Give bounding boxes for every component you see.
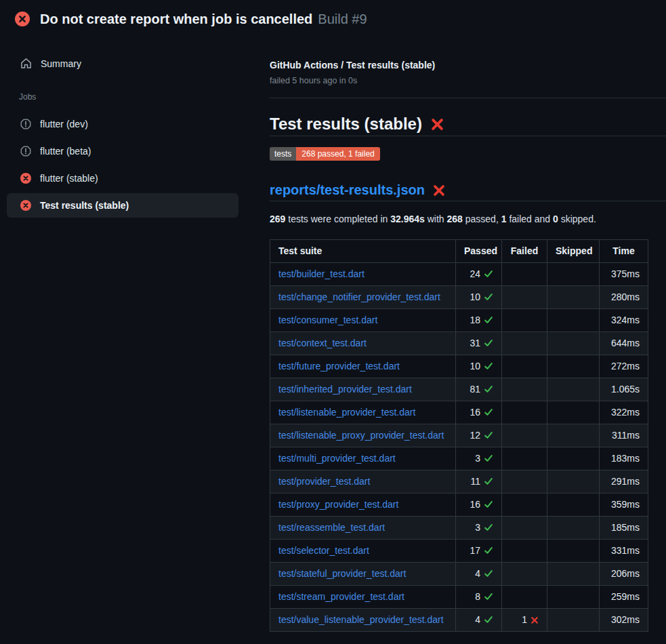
test-suite-link[interactable]: test/context_test.dart [278,338,367,348]
skipped-cell [547,424,600,447]
check-icon [484,523,493,532]
col-header-passed: Passed [456,240,502,263]
failed-cell [502,263,547,286]
table-header-row: Test suite Passed Failed Skipped Time [270,240,648,263]
failed-cell [502,332,547,355]
test-suite-link[interactable]: test/multi_provider_test.dart [278,453,396,464]
run-meta-block: GitHub Actions / Test results (stable) f… [270,58,666,98]
time-cell: 272ms [600,355,648,378]
skipped-cell [547,286,600,309]
test-suite-link[interactable]: test/reassemble_test.dart [278,522,385,533]
run-status-text: failed 5 hours ago in 0s [270,75,666,87]
skipped-cell [547,609,600,632]
time-cell: 280ms [600,286,648,309]
col-header-test-suite: Test suite [270,240,456,263]
report-file-link[interactable]: reports/test-results.json [270,181,425,199]
check-icon [484,361,493,371]
passed-cell: 3 [456,517,502,540]
failed-cell [502,424,547,447]
skipped-cell [547,447,600,470]
skipped-cell [547,494,600,517]
col-header-time: Time [600,240,648,263]
sidebar-job-item[interactable]: Test results (stable) [7,193,238,218]
check-icon [484,384,493,394]
failed-cell [502,494,547,517]
test-suite-link[interactable]: test/consumer_test.dart [278,315,377,325]
test-suite-link[interactable]: test/value_listenable_provider_test.dart [278,614,444,625]
sidebar-job-item[interactable]: flutter (dev) [7,110,238,138]
table-row: test/builder_test.dart 24 375ms [270,263,648,286]
failed-cell: 1 [502,609,547,632]
build-number: Build #9 [318,12,367,27]
sidebar-job-item[interactable]: flutter (stable) [7,165,238,192]
sidebar-job-item[interactable]: flutter (beta) [7,138,238,165]
passed-cell: 4 [456,563,502,586]
report-heading: reports/test-results.json [270,181,666,201]
col-header-failed: Failed [502,240,547,263]
time-cell: 359ms [600,494,648,517]
check-icon [484,315,493,325]
sidebar-item-summary[interactable]: Summary [0,52,257,75]
table-row: test/proxy_provider_test.dart 16 359ms [270,494,648,517]
table-row: test/listenable_provider_test.dart 16 32… [270,401,648,424]
run-failed-icon [15,12,30,26]
table-row: test/inherited_provider_test.dart 81 1.0… [270,378,648,401]
tests-badge-value: 268 passed, 1 failed [296,147,379,161]
passed-cell: 16 [456,494,502,517]
test-suite-link[interactable]: test/listenable_provider_test.dart [278,407,415,418]
failed-cell [502,470,547,494]
time-cell: 302ms [600,609,648,632]
failed-status-icon [20,173,31,184]
test-suite-link[interactable]: test/inherited_provider_test.dart [278,384,412,395]
test-suite-link[interactable]: test/stream_provider_test.dart [278,591,404,602]
skipped-cell [547,401,600,424]
cross-mark-icon [530,616,539,624]
test-suite-link[interactable]: test/stateful_provider_test.dart [278,568,406,579]
skipped-cell [547,470,600,494]
failed-cell [502,586,547,609]
tests-badge-label: tests [270,147,296,161]
job-label: flutter (stable) [40,173,98,184]
skipped-cell [547,355,600,378]
col-header-skipped: Skipped [547,240,600,263]
failed-cell [502,286,547,309]
test-suite-link[interactable]: test/change_notifier_provider_test.dart [278,291,440,302]
skipped-cell [547,263,600,286]
passed-cell: 3 [456,447,502,470]
time-cell: 322ms [600,401,648,424]
page-header: Do not create report when job is cancell… [0,0,666,38]
failed-cell [502,309,547,332]
test-suite-link[interactable]: test/proxy_provider_test.dart [278,499,398,510]
skipped-cell [547,517,600,540]
passed-cell: 10 [456,286,502,309]
cross-mark-icon [432,184,446,197]
table-row: test/reassemble_test.dart 3 185ms [270,517,648,540]
time-cell: 644ms [600,332,648,355]
table-row: test/multi_provider_test.dart 3 183ms [270,447,648,470]
skipped-cell [547,563,600,586]
cancelled-status-icon [20,119,31,129]
breadcrumb: GitHub Actions / Test results (stable) [270,58,666,72]
failed-cell [502,355,547,378]
test-suite-link[interactable]: test/listenable_proxy_provider_test.dart [278,430,444,441]
test-suite-link[interactable]: test/selector_test.dart [278,545,369,556]
check-icon [484,269,493,279]
test-suite-link[interactable]: test/future_provider_test.dart [278,361,400,371]
check-icon [484,615,493,624]
job-list: flutter (dev) flutter (beta) flutter (st… [0,110,257,218]
skipped-cell [547,309,600,332]
time-cell: 1.065s [600,378,648,401]
failed-cell [502,447,547,470]
check-icon [484,338,493,348]
passed-cell: 10 [456,355,502,378]
home-icon [20,58,32,69]
test-suite-link[interactable]: test/provider_test.dart [278,476,370,487]
test-suite-link[interactable]: test/builder_test.dart [278,268,365,279]
check-icon [484,407,493,417]
passed-cell: 24 [456,263,502,286]
time-cell: 331ms [600,540,648,563]
time-cell: 375ms [600,263,648,286]
sidebar: Summary Jobs flutter (dev) flutter (beta… [0,38,257,219]
failed-cell [502,517,547,540]
table-row: test/consumer_test.dart 18 324ms [270,309,648,332]
